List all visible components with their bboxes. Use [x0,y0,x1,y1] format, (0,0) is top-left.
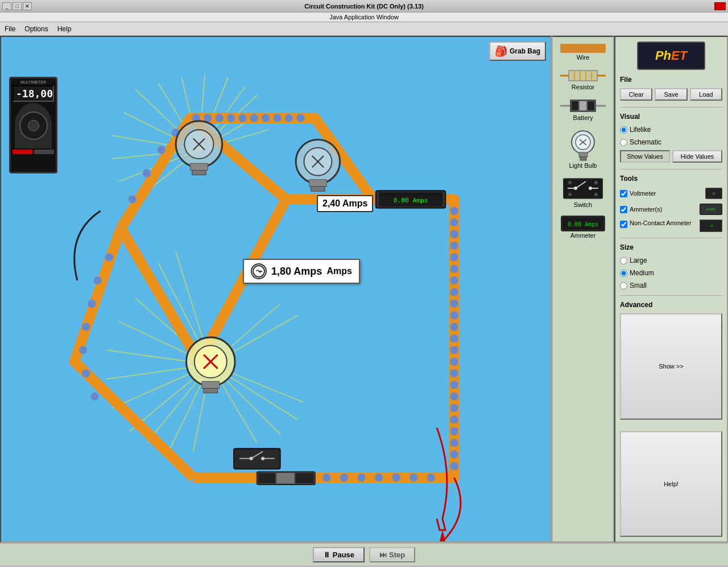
divider-2 [620,169,722,169]
svg-point-71 [322,474,330,482]
radio-large[interactable]: Large [620,256,722,264]
voltmeter-checkbox[interactable] [620,190,627,197]
svg-point-48 [450,276,458,284]
probe-svg [408,428,494,541]
show-values-button[interactable]: Show Values [620,150,670,163]
svg-point-143 [589,187,592,190]
ammeter-label: Ammeter [570,232,596,239]
file-buttons: Clear Save Load [620,88,722,101]
advanced-section-label: Advanced [620,301,722,309]
pause-button[interactable]: ⏸ Pause [313,547,365,562]
maximize-btn[interactable]: □ [13,2,22,10]
main-amps-value: 2,40 Amps [322,198,367,208]
svg-point-55 [450,358,458,366]
radio-small-input[interactable] [620,282,627,289]
svg-point-59 [450,404,458,412]
radio-schematic[interactable]: Schematic [620,138,722,146]
non-contact-checkbox[interactable] [620,221,627,228]
switch-icon [563,176,603,201]
svg-rect-96 [311,187,325,191]
svg-point-57 [450,381,458,389]
schematic-label: Schematic [630,138,661,146]
ammeter-thumbnail: 0.00A [700,204,722,215]
subtitle-bar: Java Application Window [0,13,728,22]
large-label: Large [630,256,647,264]
svg-point-50 [450,300,458,308]
svg-point-75 [93,276,101,284]
menu-help[interactable]: Help [55,24,74,34]
svg-point-112 [261,457,264,460]
svg-point-80 [90,392,98,400]
minimize-btn[interactable]: _ [2,2,11,10]
menu-options[interactable]: Options [22,24,50,34]
second-current-reading: 1,80 Amps Amps [243,259,360,284]
radio-small[interactable]: Small [620,282,722,289]
checkbox-voltmeter[interactable]: Voltmeter V [620,188,722,199]
close-btn[interactable]: ✕ [23,2,32,10]
hide-values-button[interactable]: Hide Values [672,150,722,163]
ammeters-checkbox[interactable] [620,206,627,213]
wire-icon [560,44,606,53]
svg-point-52 [450,323,458,331]
svg-point-142 [574,187,577,190]
svg-point-146 [568,193,572,196]
component-switch[interactable]: Switch [555,173,611,210]
svg-point-39 [273,114,281,122]
component-wire[interactable]: Wire [555,42,611,63]
ammeter-icon: 0.00 Amps [560,215,606,232]
checkbox-non-contact[interactable]: Non-Contact Ammeter ~A [620,220,722,232]
component-resistor[interactable]: Resistor [555,65,611,93]
svg-point-47 [450,265,458,273]
right-panel: PhET File Clear Save Load Visual Lifelik… [614,36,728,543]
component-light-bulb[interactable]: Light Bulb [555,126,611,171]
svg-point-46 [450,253,458,261]
svg-rect-89 [191,163,208,170]
svg-rect-137 [580,157,586,160]
svg-point-51 [450,311,458,319]
title-bar: _ □ ✕ Circuit Construction Kit (DC Only)… [0,0,728,13]
radio-schematic-input[interactable] [620,139,627,146]
bulb-icon [568,128,599,162]
grab-bag-button[interactable]: 🎒 Grab Bag [489,42,546,61]
svg-rect-105 [277,473,295,483]
voltmeter-label: Voltmeter [630,190,656,197]
svg-point-38 [262,114,270,122]
bulb-label: Light Bulb [569,162,597,169]
radio-medium-input[interactable] [620,270,627,277]
svg-point-76 [88,300,96,308]
svg-rect-102 [204,388,217,393]
component-ammeter[interactable]: 0.00 Amps Ammeter [555,213,611,241]
checkbox-ammeters[interactable]: Ammeter(s) 0.00A [620,204,722,215]
svg-rect-136 [579,152,588,157]
svg-point-68 [375,474,383,482]
divider-1 [620,107,722,107]
radio-medium[interactable]: Medium [620,269,722,277]
canvas-area[interactable]: 🎒 Grab Bag MULTIMETER -18,00 [0,36,552,543]
component-battery[interactable]: Battery [555,95,611,123]
svg-point-60 [450,416,458,424]
switch-label: Switch [574,201,592,208]
help-button[interactable]: Help! [620,431,722,537]
resistor-icon [560,68,606,84]
save-button[interactable]: Save [655,88,687,101]
divider-4 [620,295,722,296]
radio-lifelike-input[interactable] [620,126,627,134]
step-label: Step [389,551,405,559]
svg-point-44 [450,230,458,238]
svg-rect-95 [309,180,327,187]
radio-large-input[interactable] [620,257,627,264]
svg-point-147 [594,193,598,196]
menu-file[interactable]: File [2,24,18,34]
main-layout: 🎒 Grab Bag MULTIMETER -18,00 [0,36,728,543]
clear-button[interactable]: Clear [620,88,652,101]
radio-lifelike[interactable]: Lifelike [620,126,722,134]
svg-point-36 [238,114,246,122]
load-button[interactable]: Load [690,88,722,101]
svg-point-41 [296,114,304,122]
non-contact-thumbnail: ~A [700,220,722,232]
step-button[interactable]: ⏭ Step [369,547,415,562]
pause-icon: ⏸ [323,551,330,559]
show-advanced-button[interactable]: Show >> [620,313,722,420]
svg-point-53 [450,334,458,342]
svg-point-49 [450,288,458,296]
